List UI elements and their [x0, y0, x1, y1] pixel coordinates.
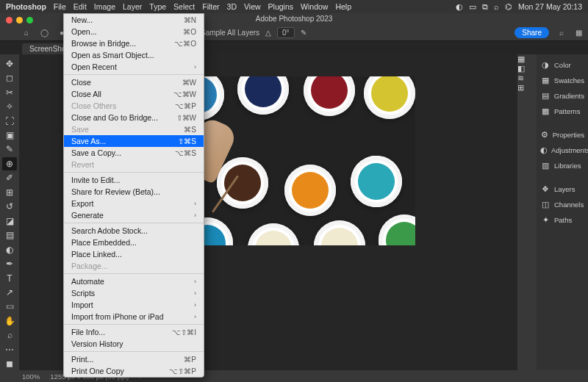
menu-item[interactable]: Open...⌘O — [64, 26, 204, 37]
type-tool[interactable]: T — [2, 272, 17, 284]
menu-item[interactable]: Import› — [64, 299, 204, 311]
frame-tool[interactable]: ▣ — [2, 129, 17, 141]
panel-color[interactable]: ◑Color — [537, 57, 588, 72]
dock-icon[interactable]: ▦ — [517, 54, 537, 64]
zoom-tool[interactable]: ⌕ — [2, 329, 17, 342]
workspace-icon[interactable]: ▦ — [576, 29, 582, 37]
menu-type[interactable]: Type — [149, 2, 166, 11]
share-button[interactable]: Share — [514, 27, 549, 38]
menu-view[interactable]: View — [244, 2, 261, 11]
wand-tool[interactable]: ✧ — [2, 100, 17, 112]
gradient-tool[interactable]: ▤ — [2, 228, 17, 241]
menu-item[interactable]: Import from iPhone or iPad› — [64, 311, 204, 322]
creative-cloud-icon[interactable]: ◐ — [456, 2, 463, 12]
menu-file[interactable]: File — [54, 2, 66, 11]
menu-item[interactable]: Print...⌘P — [64, 353, 204, 365]
menu-item[interactable]: Version History — [64, 338, 204, 350]
menu-item[interactable]: Save a Copy...⌥⌘S — [64, 147, 204, 159]
pen-tool[interactable]: ✒ — [2, 257, 17, 270]
menu-item[interactable]: Open as Smart Object... — [64, 49, 204, 61]
libraries-icon: ▥ — [540, 160, 551, 170]
menu-item[interactable]: Place Embedded... — [64, 237, 204, 248]
panel-layers[interactable]: ❖Layers — [537, 181, 588, 196]
dock-icon[interactable]: ◧ — [517, 64, 537, 73]
menu-item[interactable]: Place Linked... — [64, 248, 204, 260]
pressure-icon[interactable]: ✎ — [301, 29, 306, 37]
panel-patterns[interactable]: ▩Patterns — [537, 104, 588, 118]
crop-tool[interactable]: ⛶ — [2, 115, 17, 127]
adjustments-icon: ◐ — [540, 145, 548, 155]
home-icon[interactable]: ⌂ — [21, 27, 32, 39]
dock-icon[interactable]: ⊞ — [517, 83, 537, 93]
menu-item[interactable]: File Info...⌥⇧⌘I — [64, 326, 204, 338]
maximize-button[interactable] — [26, 17, 33, 24]
foreground-color[interactable]: ◼ — [2, 358, 17, 370]
hand-tool[interactable]: ✋ — [2, 314, 17, 327]
menu-item[interactable]: Close and Go to Bridge...⇧⌘W — [64, 112, 204, 123]
lasso-tool[interactable]: ✂ — [2, 86, 17, 98]
search-icon[interactable]: ⌕ — [494, 2, 499, 11]
menu-item[interactable]: Close All⌥⌘W — [64, 88, 204, 100]
paths-icon: ✦ — [540, 215, 551, 225]
panel-adjustments[interactable]: ◐Adjustments — [537, 143, 588, 157]
menu-item[interactable]: Print One Copy⌥⇧⌘P — [64, 365, 204, 377]
menu-3d[interactable]: 3D — [227, 2, 237, 11]
right-panels: ◑Color ▦Swatches ▤Gradients ▩Patterns ⚙P… — [537, 54, 588, 370]
menu-item[interactable]: Close⌘W — [64, 76, 204, 88]
clock[interactable]: Mon 27 May 20:13 — [518, 2, 582, 11]
healing-tool[interactable]: ⊕ — [2, 157, 17, 170]
opt-angle[interactable]: 0° — [277, 27, 295, 38]
panel-gradients[interactable]: ▤Gradients — [537, 88, 588, 103]
color-icon: ◑ — [540, 60, 551, 70]
menu-item: Save⌘S — [64, 123, 204, 135]
panel-channels[interactable]: ◫Channels — [537, 197, 588, 212]
menu-item[interactable]: Browse in Bridge...⌥⌘O — [64, 37, 204, 49]
move-tool[interactable]: ✥ — [2, 57, 17, 70]
eyedropper-tool[interactable]: ✎ — [2, 143, 17, 156]
menu-image[interactable]: Image — [94, 2, 115, 11]
menu-item[interactable]: Scripts› — [64, 287, 204, 299]
eraser-tool[interactable]: ◪ — [2, 215, 17, 227]
menu-filter[interactable]: Filter — [202, 2, 219, 11]
dock-icon[interactable]: ≋ — [517, 73, 537, 83]
control-center-icon[interactable]: ⌬ — [505, 2, 512, 12]
menu-item[interactable]: New...⌘N — [64, 14, 204, 26]
panel-swatches[interactable]: ▦Swatches — [537, 73, 588, 87]
menu-item: Revert — [64, 159, 204, 170]
marquee-tool[interactable]: ◻ — [2, 71, 17, 84]
menu-item[interactable]: Invite to Edit... — [64, 174, 204, 186]
menu-layer[interactable]: Layer — [123, 2, 142, 11]
brush-tool[interactable]: ✐ — [2, 172, 17, 184]
menu-item[interactable]: Automate› — [64, 275, 204, 287]
zoom-level[interactable]: 100% — [22, 372, 40, 381]
history-brush-tool[interactable]: ↺ — [2, 201, 17, 213]
close-button[interactable] — [6, 17, 12, 24]
menubar: Photoshop File Edit Image Layer Type Sel… — [0, 0, 588, 13]
menu-edit[interactable]: Edit — [74, 2, 87, 11]
properties-icon: ⚙ — [540, 129, 549, 140]
menu-item[interactable]: Share for Review (Beta)... — [64, 186, 204, 198]
menu-item[interactable]: Save As...⇧⌘S — [64, 135, 204, 147]
path-tool[interactable]: ↗ — [2, 286, 17, 298]
layers-icon: ❖ — [540, 184, 551, 194]
menu-window[interactable]: Window — [301, 2, 328, 11]
panel-paths[interactable]: ✦Paths — [537, 212, 588, 227]
tool-preset-icon[interactable]: ◯ — [38, 27, 50, 39]
menu-item[interactable]: Generate› — [64, 209, 204, 221]
menu-item[interactable]: Export› — [64, 198, 204, 209]
menu-item[interactable]: Search Adobe Stock... — [64, 225, 204, 237]
more-tools[interactable]: ⋯ — [2, 343, 17, 356]
opt-sample-all[interactable]: Sample All Layers — [201, 29, 259, 37]
wifi-icon[interactable]: ⧉ — [482, 2, 488, 12]
dodge-tool[interactable]: ◐ — [2, 243, 17, 256]
panel-libraries[interactable]: ▥Libraries — [537, 158, 588, 173]
menu-item[interactable]: Open Recent› — [64, 61, 204, 73]
menu-select[interactable]: Select — [173, 2, 195, 11]
stamp-tool[interactable]: ⊞ — [2, 186, 17, 198]
shape-tool[interactable]: ▭ — [2, 300, 17, 313]
search-icon[interactable]: ⌕ — [559, 29, 564, 37]
menu-help[interactable]: Help — [335, 2, 351, 11]
panel-properties[interactable]: ⚙Properties — [537, 127, 588, 142]
menu-plugins[interactable]: Plugins — [268, 2, 293, 11]
minimize-button[interactable] — [16, 17, 23, 24]
